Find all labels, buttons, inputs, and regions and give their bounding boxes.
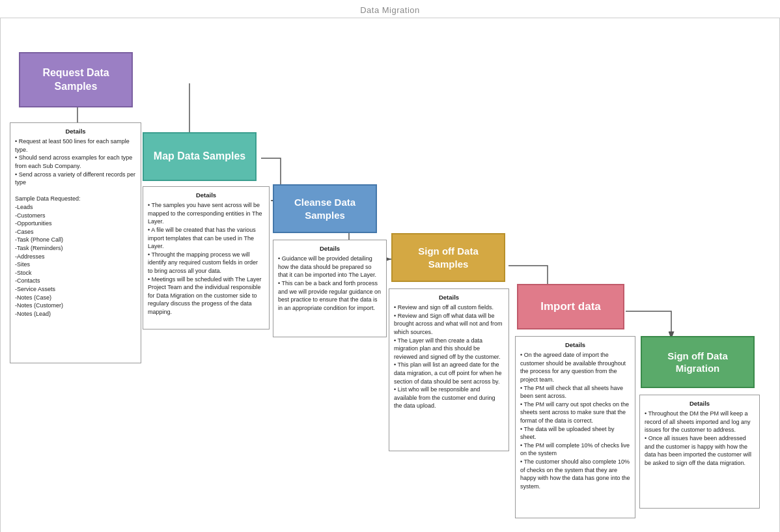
sign-off-samples-detail-content: • Review and sign off all custom fields.… xyxy=(394,303,504,410)
import-detail-title: Details xyxy=(520,341,630,349)
cleanse-detail-title: Details xyxy=(278,244,382,253)
sign-off-samples-detail-title: Details xyxy=(394,293,504,301)
cleanse-detail-content: • Guidance will be provided detailing ho… xyxy=(278,255,382,312)
sign-off-data-migration-box: Sign off Data Migration xyxy=(641,336,755,388)
request-detail-box: Details • Request at least 500 lines for… xyxy=(10,122,141,363)
sign-off-migration-label: Sign off Data Migration xyxy=(667,350,728,375)
map-label: Map Data Samples xyxy=(154,150,245,163)
import-data-box: Import data xyxy=(517,284,624,329)
sign-off-migration-detail-content: • Throughout the DM the PM will keep a r… xyxy=(645,410,755,467)
request-detail-content: • Request at least 500 lines for each sa… xyxy=(15,137,136,318)
sign-off-migration-detail-title: Details xyxy=(645,399,755,408)
cleanse-label: Cleanse Data Samples xyxy=(294,196,355,221)
map-detail-title: Details xyxy=(148,191,264,199)
request-data-samples-box: Request Data Samples xyxy=(19,52,133,107)
sign-off-data-samples-box: Sign off Data Samples xyxy=(391,233,505,282)
import-label: Import data xyxy=(540,300,601,314)
map-data-samples-box: Map Data Samples xyxy=(143,132,257,181)
request-detail-title: Details xyxy=(15,127,136,135)
map-detail-box: Details • The samples you have sent acro… xyxy=(143,186,270,329)
map-detail-content: • The samples you have sent across will … xyxy=(148,201,264,316)
import-detail-content: • On the agreed date of import the custo… xyxy=(520,351,630,490)
cleanse-detail-box: Details • Guidance will be provided deta… xyxy=(273,240,387,337)
sign-off-migration-detail-box: Details • Throughout the DM the PM will … xyxy=(639,395,760,509)
import-detail-box: Details • On the agreed date of import t… xyxy=(515,336,635,518)
diagram-title: Data Migration xyxy=(0,0,780,18)
diagram-container: Request Data Samples Details • Request a… xyxy=(0,18,780,532)
sign-off-samples-detail-box: Details • Review and sign off all custom… xyxy=(389,288,509,451)
sign-off-samples-label: Sign off Data Samples xyxy=(418,245,479,270)
request-label: Request Data Samples xyxy=(42,66,109,94)
cleanse-data-samples-box: Cleanse Data Samples xyxy=(273,184,377,233)
